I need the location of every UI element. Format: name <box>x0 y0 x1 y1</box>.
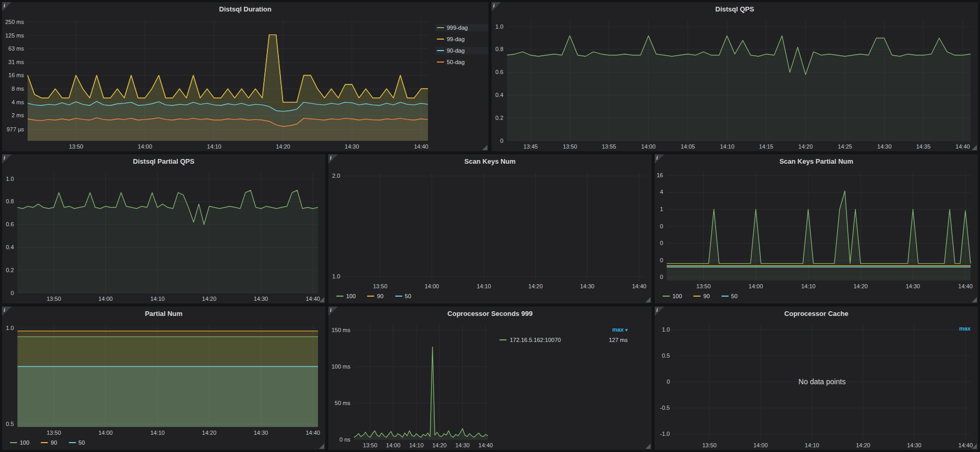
panel-title[interactable]: Coprocessor Cache <box>655 308 978 320</box>
svg-text:14:30: 14:30 <box>905 283 920 289</box>
svg-text:-0.5: -0.5 <box>660 405 670 411</box>
svg-text:14:40: 14:40 <box>479 442 493 448</box>
svg-text:-1.0: -1.0 <box>660 431 670 437</box>
legend-item-100[interactable]: 100 <box>661 292 683 300</box>
svg-text:14:40: 14:40 <box>958 283 973 289</box>
legend-item-100[interactable]: 100 <box>8 439 31 446</box>
resize-handle[interactable] <box>319 444 324 449</box>
resize-handle[interactable] <box>972 297 977 302</box>
chart-canvas: 0 ns50 ms100 ms150 ms13:5014:0014:1014:2… <box>328 320 495 450</box>
svg-text:14:10: 14:10 <box>720 143 734 150</box>
info-icon: i <box>330 155 332 161</box>
chart-area: 00.20.40.60.81.013:4513:5013:5514:0014:0… <box>492 16 978 151</box>
svg-text:14:10: 14:10 <box>801 283 816 289</box>
svg-text:31 ms: 31 ms <box>8 59 24 65</box>
svg-text:14:00: 14:00 <box>749 283 763 289</box>
legend-item-100[interactable]: 100 <box>335 292 357 300</box>
series-color-dash-icon <box>437 39 444 40</box>
legend-item-label: 90 <box>703 293 709 299</box>
series-color-dash-icon <box>437 62 444 63</box>
legend-item-label: 90 <box>377 293 383 299</box>
svg-text:14:30: 14:30 <box>580 283 595 289</box>
legend-item-label: 90 <box>51 439 57 446</box>
chart-canvas: 0.51.013:5014:0014:1014:2014:3014:40 <box>2 320 325 437</box>
legend-item-90-dag[interactable]: 90-dag <box>435 47 488 54</box>
svg-text:14:40: 14:40 <box>305 296 320 302</box>
panel-info-corner[interactable]: i <box>655 307 664 316</box>
series-color-dash-icon <box>499 339 507 340</box>
chart-area: 0.51.013:5014:0014:1014:2014:3014:40 <box>2 320 325 437</box>
legend: 1009050 <box>328 291 652 303</box>
svg-text:0 ns: 0 ns <box>339 436 350 443</box>
panel-info-corner[interactable]: i <box>492 2 501 11</box>
svg-text:0: 0 <box>660 223 663 229</box>
panel-title[interactable]: Scan Keys Partial Num <box>655 155 978 168</box>
svg-text:0: 0 <box>660 257 663 263</box>
svg-text:0: 0 <box>660 274 663 280</box>
panel-info-corner[interactable]: i <box>328 154 338 164</box>
svg-text:0.5: 0.5 <box>6 421 14 427</box>
svg-text:14:10: 14:10 <box>150 296 165 302</box>
svg-text:2.0: 2.0 <box>332 173 340 179</box>
legend-series-row[interactable]: 172.16.5.162:10070127 ms <box>499 337 628 343</box>
svg-text:2 ms: 2 ms <box>11 112 24 118</box>
svg-text:14:20: 14:20 <box>202 296 217 302</box>
resize-handle[interactable] <box>482 145 487 150</box>
resize-handle[interactable] <box>972 444 977 449</box>
legend-item-99-dag[interactable]: 99-dag <box>435 35 488 43</box>
svg-text:150 ms: 150 ms <box>332 327 351 333</box>
resize-handle[interactable] <box>645 297 651 302</box>
panel-title[interactable]: Scan Keys Num <box>328 155 652 168</box>
legend-item-label: 99-dag <box>447 36 464 42</box>
resize-handle[interactable] <box>319 297 324 302</box>
svg-text:0.8: 0.8 <box>6 198 14 204</box>
chart-area: 1.02.013:5014:0014:1014:2014:3014:40 <box>328 168 652 291</box>
legend-item-label: 50 <box>79 439 85 446</box>
panel-info-corner[interactable]: i <box>2 2 11 11</box>
svg-text:1.0: 1.0 <box>6 176 14 182</box>
panel-title[interactable]: Distsql QPS <box>492 3 978 16</box>
panel-distsql-duration: i Distsql Duration 977 µs2 ms4 ms8 ms16 … <box>2 2 488 151</box>
svg-text:14:40: 14:40 <box>414 143 428 150</box>
svg-text:1.0: 1.0 <box>495 23 503 30</box>
resize-handle[interactable] <box>645 444 651 449</box>
svg-text:125 ms: 125 ms <box>5 32 24 39</box>
svg-text:14:20: 14:20 <box>202 430 217 436</box>
info-icon: i <box>493 3 495 8</box>
info-icon: i <box>4 155 5 161</box>
svg-text:0.5: 0.5 <box>662 352 670 359</box>
panel-title[interactable]: Partial Num <box>2 308 325 320</box>
svg-text:14:20: 14:20 <box>529 283 543 289</box>
panel-title[interactable]: Coprocessor Seconds 999 <box>328 308 652 320</box>
svg-text:50 ms: 50 ms <box>335 400 350 406</box>
resize-handle[interactable] <box>972 145 977 150</box>
legend-item-90[interactable]: 90 <box>365 292 385 300</box>
chart-area: 0 ns50 ms100 ms150 ms13:5014:0014:1014:2… <box>328 320 495 450</box>
legend-item-50-dag[interactable]: 50-dag <box>435 58 488 66</box>
legend-item-50[interactable]: 50 <box>720 292 739 300</box>
svg-text:14:40: 14:40 <box>632 283 646 289</box>
legend-item-50[interactable]: 50 <box>394 292 413 300</box>
svg-text:14:25: 14:25 <box>838 143 852 150</box>
legend-item-90[interactable]: 90 <box>692 292 711 300</box>
info-icon: i <box>4 3 5 8</box>
legend-item-999-dag[interactable]: 999-dag <box>435 24 488 31</box>
panel-partial-num: i Partial Num 0.51.013:5014:0014:1014:20… <box>2 307 325 450</box>
panel-info-corner[interactable]: i <box>328 307 338 316</box>
legend-sort-max[interactable]: max ▾ <box>499 326 628 333</box>
svg-text:13:50: 13:50 <box>69 143 83 150</box>
svg-text:1: 1 <box>660 206 663 212</box>
legend-item-50[interactable]: 50 <box>67 439 87 446</box>
legend-item-90[interactable]: 90 <box>39 439 58 446</box>
legend: 999-dag99-dag90-dag50-dag <box>435 16 488 151</box>
panel-title[interactable]: Distsql Partial QPS <box>2 155 325 168</box>
legend-max-link[interactable]: max <box>959 325 971 332</box>
panel-info-corner[interactable]: i <box>2 307 11 316</box>
panel-info-corner[interactable]: i <box>655 154 664 164</box>
svg-text:977 µs: 977 µs <box>7 126 24 132</box>
panel-title[interactable]: Distsql Duration <box>2 3 488 16</box>
info-icon: i <box>4 307 5 313</box>
legend-item-label: 50 <box>731 293 738 299</box>
svg-text:14:20: 14:20 <box>799 143 813 150</box>
panel-info-corner[interactable]: i <box>2 154 11 164</box>
